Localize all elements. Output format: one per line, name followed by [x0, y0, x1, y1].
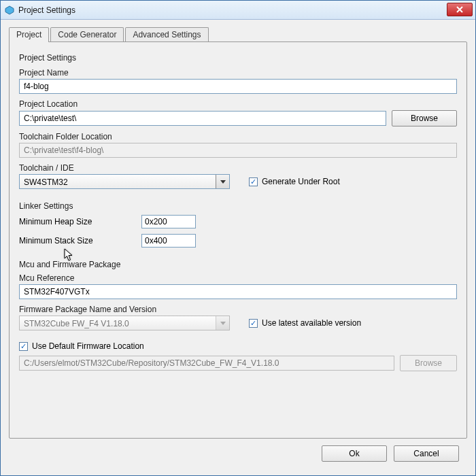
label-mcu-reference: Mcu Reference	[19, 273, 457, 283]
project-name-input[interactable]	[19, 79, 457, 94]
generate-under-root-label: Generate Under Root	[262, 177, 340, 186]
label-firmware-name: Firmware Package Name and Version	[19, 305, 457, 314]
generate-under-root-checkbox[interactable]: ✓ Generate Under Root	[249, 177, 340, 186]
label-toolchain-ide: Toolchain / IDE	[19, 163, 457, 173]
section-project-settings: Project Settings	[19, 53, 457, 63]
checkmark-icon: ✓	[250, 320, 256, 327]
cancel-button[interactable]: Cancel	[394, 445, 459, 462]
use-default-firmware-location-label: Use Default Firmware Location	[32, 341, 144, 351]
use-default-firmware-location-checkbox[interactable]: ✓ Use Default Firmware Location	[19, 341, 457, 351]
toolchain-ide-dropdown-button[interactable]	[216, 175, 229, 188]
label-min-heap: Minimum Heap Size	[19, 217, 141, 226]
label-project-location: Project Location	[19, 99, 457, 109]
use-latest-version-checkbox[interactable]: ✓ Use latest available version	[249, 318, 361, 328]
use-latest-version-label: Use latest available version	[262, 318, 361, 328]
checkmark-icon: ✓	[20, 343, 27, 350]
section-mcu-firmware: Mcu and Firmware Package	[19, 260, 457, 269]
tab-panel-project: Project Settings Project Name Project Lo…	[9, 41, 467, 439]
firmware-location-input	[19, 356, 394, 371]
tab-project[interactable]: Project	[9, 27, 49, 42]
checkbox-icon: ✓	[249, 319, 258, 328]
title: Project Settings	[18, 5, 75, 15]
browse-project-location-button[interactable]: Browse	[392, 110, 457, 126]
min-stack-input[interactable]	[141, 234, 196, 248]
firmware-version-dropdown-button	[216, 316, 229, 330]
checkbox-icon: ✓	[19, 342, 28, 351]
titlebar: Project Settings	[1, 1, 475, 20]
toolchain-folder-input	[19, 143, 457, 158]
toolchain-ide-value: SW4STM32	[20, 175, 216, 188]
section-linker-settings: Linker Settings	[19, 201, 457, 211]
project-settings-dialog: Project Settings Project Code Generator …	[0, 0, 476, 476]
tab-strip: Project Code Generator Advanced Settings	[9, 27, 467, 42]
min-heap-input[interactable]	[141, 215, 196, 228]
project-location-input[interactable]	[19, 111, 386, 126]
label-project-name: Project Name	[19, 68, 457, 78]
firmware-version-value: STM32Cube FW_F4 V1.18.0	[20, 316, 216, 330]
dialog-body: Project Code Generator Advanced Settings…	[1, 20, 475, 475]
firmware-version-select: STM32Cube FW_F4 V1.18.0	[19, 316, 230, 330]
mcu-reference-input	[19, 284, 457, 299]
svg-marker-0	[5, 6, 14, 14]
tab-advanced-settings[interactable]: Advanced Settings	[125, 27, 208, 42]
checkbox-icon: ✓	[249, 177, 258, 186]
tab-code-generator[interactable]: Code Generator	[50, 27, 124, 42]
chevron-down-icon	[220, 180, 226, 184]
label-toolchain-folder: Toolchain Folder Location	[19, 132, 457, 141]
label-min-stack: Minimum Stack Size	[19, 236, 141, 245]
app-icon	[5, 5, 14, 15]
dialog-footer: Ok Cancel	[9, 439, 467, 469]
chevron-down-icon	[220, 322, 226, 325]
browse-firmware-location-button: Browse	[400, 355, 457, 371]
ok-button[interactable]: Ok	[322, 445, 387, 462]
checkmark-icon: ✓	[250, 178, 256, 186]
toolchain-ide-select[interactable]: SW4STM32	[19, 174, 230, 189]
close-button[interactable]	[447, 3, 473, 16]
